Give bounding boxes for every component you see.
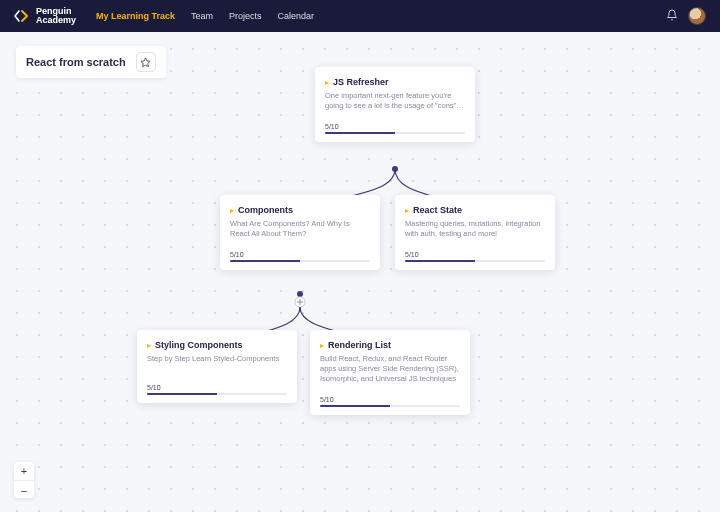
card-progress-label: 5/10 bbox=[325, 123, 465, 130]
primary-nav: My Learning Track Team Projects Calendar bbox=[96, 11, 314, 21]
chevron-right-icon: ▸ bbox=[325, 78, 329, 87]
card-description: One important next-gen feature you're go… bbox=[325, 91, 465, 111]
user-avatar[interactable] bbox=[688, 7, 706, 25]
zoom-out-button[interactable]: – bbox=[14, 480, 34, 498]
chevron-right-icon: ▸ bbox=[147, 341, 151, 350]
card-title: JS Refresher bbox=[333, 77, 389, 87]
card-progress-label: 5/10 bbox=[405, 251, 545, 258]
card-title: React State bbox=[413, 205, 462, 215]
card-components[interactable]: ▸ Components What Are Components? And Wh… bbox=[220, 195, 380, 270]
page-title: React from scratch bbox=[26, 56, 126, 68]
chevron-right-icon: ▸ bbox=[405, 206, 409, 215]
card-js-refresher[interactable]: ▸ JS Refresher One important next-gen fe… bbox=[315, 67, 475, 142]
card-description: What Are Components? And Why Is React Al… bbox=[230, 219, 370, 239]
nav-team[interactable]: Team bbox=[191, 11, 213, 21]
brand-logo[interactable]: Penguin Academy bbox=[14, 7, 76, 25]
card-progress-bar bbox=[230, 260, 370, 262]
card-description: Step by Step Learn Styled-Components bbox=[147, 354, 287, 372]
topbar-right bbox=[666, 7, 706, 25]
nav-projects[interactable]: Projects bbox=[229, 11, 262, 21]
logo-mark-icon bbox=[14, 9, 32, 23]
zoom-in-button[interactable]: + bbox=[14, 462, 34, 480]
card-progress-bar bbox=[320, 405, 460, 407]
card-progress-bar bbox=[325, 132, 465, 134]
topbar-left: Penguin Academy My Learning Track Team P… bbox=[14, 7, 314, 25]
card-description: Mastering queries, mutations, integratio… bbox=[405, 219, 545, 239]
svg-point-0 bbox=[392, 166, 398, 172]
card-progress-label: 5/10 bbox=[147, 384, 287, 391]
svg-marker-7 bbox=[141, 57, 150, 66]
card-styling-components[interactable]: ▸ Styling Components Step by Step Learn … bbox=[137, 330, 297, 403]
card-progress-label: 5/10 bbox=[230, 251, 370, 258]
chevron-right-icon: ▸ bbox=[320, 341, 324, 350]
card-title: Components bbox=[238, 205, 293, 215]
card-title: Styling Components bbox=[155, 340, 243, 350]
card-progress-bar bbox=[147, 393, 287, 395]
card-progress-label: 5/10 bbox=[320, 396, 460, 403]
favorite-button[interactable] bbox=[136, 52, 156, 72]
page-title-bar: React from scratch bbox=[16, 46, 166, 78]
chevron-right-icon: ▸ bbox=[230, 206, 234, 215]
nav-calendar[interactable]: Calendar bbox=[278, 11, 315, 21]
card-progress-bar bbox=[405, 260, 545, 262]
zoom-control: + – bbox=[14, 462, 34, 498]
brand-name: Penguin Academy bbox=[36, 7, 76, 25]
card-description: Build React, Redux, and React Router app… bbox=[320, 354, 460, 384]
card-react-state[interactable]: ▸ React State Mastering queries, mutatio… bbox=[395, 195, 555, 270]
nav-my-learning-track[interactable]: My Learning Track bbox=[96, 11, 175, 21]
notifications-icon[interactable] bbox=[666, 9, 678, 23]
card-title: Rendering List bbox=[328, 340, 391, 350]
top-navbar: Penguin Academy My Learning Track Team P… bbox=[0, 0, 720, 32]
svg-point-3 bbox=[297, 291, 303, 297]
card-rendering-list[interactable]: ▸ Rendering List Build React, Redux, and… bbox=[310, 330, 470, 415]
svg-point-4 bbox=[295, 297, 305, 307]
